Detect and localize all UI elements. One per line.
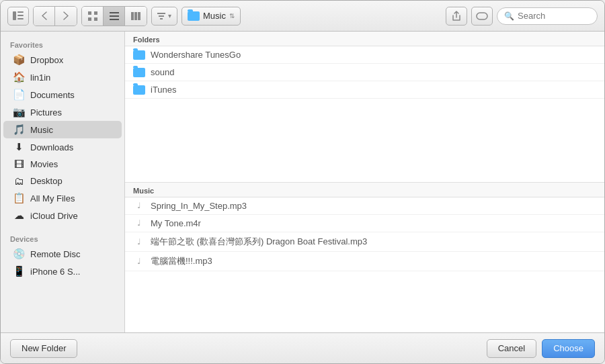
music-file-icon: ♩ [133, 218, 145, 228]
svg-rect-6 [88, 17, 91, 21]
svg-rect-0 [13, 11, 16, 20]
path-selector[interactable]: Music ⇅ [182, 7, 241, 26]
folder-icon [133, 68, 145, 77]
cancel-button[interactable]: Cancel [487, 339, 536, 358]
sidebar-item-desktop[interactable]: 🗂 Desktop [3, 173, 122, 189]
home-icon: 🏠 [13, 71, 25, 83]
svg-rect-5 [94, 11, 97, 15]
icloud-icon: ☁ [13, 210, 25, 222]
sidebar-toggle-button[interactable] [7, 7, 29, 26]
sidebar-item-all-my-files[interactable]: 📋 All My Files [3, 189, 122, 207]
search-input[interactable] [518, 11, 590, 21]
svg-rect-8 [110, 12, 119, 13]
search-icon: 🔍 [504, 11, 514, 21]
music-file-icon: ♩ [133, 237, 145, 246]
table-row[interactable]: ♩ 端午節之歌 (歡喜台灣節系列) Dragon Boat Festival.m… [125, 232, 604, 252]
desktop-icon: 🗂 [13, 175, 25, 187]
file-name: Wondershare TunesGo [151, 50, 241, 60]
arrange-button[interactable]: ▾ [151, 7, 177, 26]
devices-section-label: Devices [1, 230, 124, 245]
music-list: ♩ Spring_In_My_Step.mp3 ♩ My Tone.m4r ♩ … [125, 197, 604, 333]
svg-rect-10 [110, 19, 119, 20]
icon-view-button[interactable] [82, 7, 104, 26]
sidebar-item-label: Pictures [30, 107, 62, 118]
music-file-icon: ♩ [133, 257, 145, 266]
sidebar-item-downloads[interactable]: ⬇ Downloads [3, 138, 122, 156]
file-name: 電腦當機!!!.mp3 [151, 255, 212, 267]
new-folder-button[interactable]: New Folder [10, 339, 77, 358]
music-section-header: Music [125, 182, 604, 197]
folder-icon [188, 11, 200, 21]
tag-button[interactable] [471, 7, 493, 26]
sidebar-item-label: Remote Disc [30, 249, 80, 259]
table-row[interactable]: ♩ 電腦當機!!!.mp3 [125, 252, 604, 271]
table-row[interactable]: ♩ My Tone.m4r [125, 215, 604, 232]
svg-rect-1 [17, 11, 24, 13]
path-chevron: ⇅ [229, 13, 235, 19]
svg-rect-2 [17, 15, 24, 16]
view-buttons [81, 6, 147, 26]
list-view-button[interactable] [104, 7, 125, 26]
favorites-section-label: Favorites [1, 36, 124, 51]
svg-rect-16 [160, 18, 163, 19]
svg-rect-13 [138, 12, 140, 20]
path-label: Music [203, 11, 226, 21]
file-name: My Tone.m4r [151, 218, 201, 228]
folder-icon [133, 85, 145, 95]
downloads-icon: ⬇ [13, 141, 25, 153]
back-button[interactable] [34, 7, 55, 26]
folders-section-header: Folders [125, 32, 604, 46]
sidebar-item-music[interactable]: 🎵 Music [3, 121, 122, 138]
svg-rect-12 [134, 12, 137, 20]
table-row[interactable]: Wondershare TunesGo [125, 46, 604, 64]
svg-rect-7 [94, 17, 97, 21]
all-files-icon: 📋 [13, 192, 25, 204]
svg-rect-4 [88, 11, 91, 15]
dropbox-icon: 📦 [13, 54, 25, 66]
sidebar-item-lin1in[interactable]: 🏠 lin1in [3, 69, 122, 86]
folders-list: Wondershare TunesGo sound iTunes [125, 46, 604, 182]
action-buttons: Cancel Choose [487, 339, 595, 358]
document-icon: 📄 [13, 89, 25, 101]
sidebar-item-remote-disc[interactable]: 💿 Remote Disc [3, 245, 122, 263]
column-view-button[interactable] [125, 7, 147, 26]
sidebar-item-icloud-drive[interactable]: ☁ iCloud Drive [3, 207, 122, 224]
svg-rect-14 [157, 13, 165, 14]
table-row[interactable]: ♩ Spring_In_My_Step.mp3 [125, 197, 604, 215]
svg-rect-15 [159, 15, 164, 17]
share-button[interactable] [446, 7, 467, 26]
sidebar-item-label: iPhone 6 S... [30, 267, 80, 277]
sidebar-item-label: Dropbox [30, 55, 63, 65]
sidebar-item-label: All My Files [30, 193, 75, 203]
sidebar-item-label: Desktop [30, 176, 63, 186]
file-area: Folders Wondershare TunesGo sound iTunes… [125, 32, 604, 332]
sidebar-item-label: Music [30, 125, 53, 135]
sidebar-item-dropbox[interactable]: 📦 Dropbox [3, 51, 122, 69]
choose-button[interactable]: Choose [542, 339, 595, 358]
sidebar-item-label: iCloud Drive [30, 211, 78, 221]
bottom-bar: New Folder Cancel Choose [1, 332, 604, 363]
search-box[interactable]: 🔍 [497, 7, 598, 25]
sidebar-item-label: lin1in [30, 73, 50, 83]
sidebar-item-label: Movies [30, 159, 58, 169]
sidebar-item-label: Downloads [30, 142, 73, 152]
nav-buttons [33, 6, 77, 26]
table-row[interactable]: sound [125, 64, 604, 81]
svg-rect-3 [17, 18, 24, 19]
music-file-icon: ♩ [133, 201, 145, 210]
sidebar: Favorites 📦 Dropbox 🏠 lin1in 📄 Documents… [1, 32, 125, 332]
file-name: Spring_In_My_Step.mp3 [151, 201, 247, 211]
folder-icon [133, 50, 145, 60]
table-row[interactable]: iTunes [125, 81, 604, 99]
camera-icon: 📷 [13, 106, 25, 118]
sidebar-item-pictures[interactable]: 📷 Pictures [3, 103, 122, 121]
file-name: 端午節之歌 (歡喜台灣節系列) Dragon Boat Festival.mp3 [151, 236, 367, 248]
movies-icon: 🎞 [13, 158, 25, 170]
sidebar-item-iphone[interactable]: 📱 iPhone 6 S... [3, 263, 122, 280]
iphone-icon: 📱 [13, 265, 25, 277]
sidebar-item-documents[interactable]: 📄 Documents [3, 86, 122, 103]
music-icon: 🎵 [13, 124, 25, 136]
forward-button[interactable] [55, 7, 77, 26]
sidebar-item-movies[interactable]: 🎞 Movies [3, 156, 122, 173]
svg-rect-9 [110, 15, 119, 17]
